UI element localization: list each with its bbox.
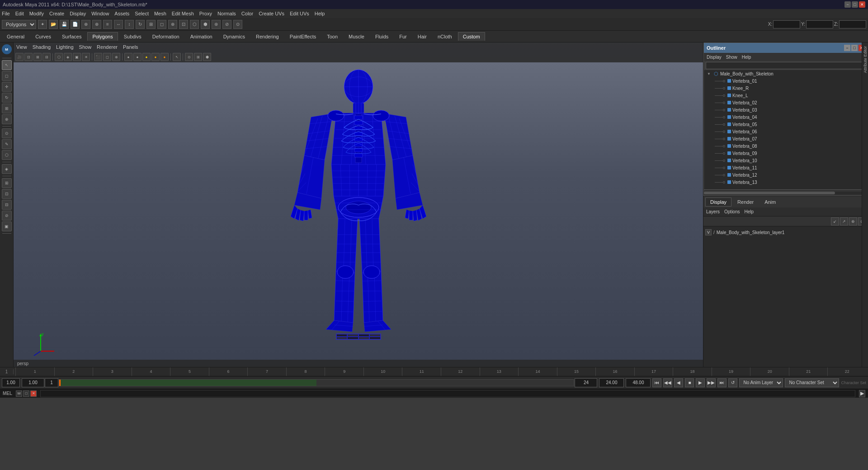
next-key-button[interactable]: ⏭	[717, 378, 726, 387]
vp-btn-q5[interactable]: ●	[160, 53, 169, 61]
tab-display[interactable]: Display	[705, 197, 731, 207]
vp-btn-shade[interactable]: ◈	[64, 53, 72, 61]
tab-custom[interactable]: Custom	[458, 32, 485, 41]
outliner-item-3[interactable]: ——o Vertebra_02	[704, 99, 868, 106]
menu-edit[interactable]: Edit	[15, 11, 24, 16]
tab-rendering[interactable]: Rendering	[251, 32, 284, 41]
tab-surfaces[interactable]: Surfaces	[57, 32, 86, 41]
tab-dynamics[interactable]: Dynamics	[218, 32, 250, 41]
vp-btn-xray[interactable]: ⊕	[112, 53, 120, 61]
tool-render[interactable]: ▣	[2, 221, 12, 231]
menu-display[interactable]: Display	[70, 11, 86, 16]
tab-polygons[interactable]: Polygons	[87, 32, 118, 41]
tool-rotate[interactable]: ↻	[2, 93, 12, 103]
outliner-item-0[interactable]: ——o Vertebra_01	[704, 77, 868, 85]
vp-menu-view[interactable]: View	[16, 44, 27, 50]
tool-lasso[interactable]: ◻	[2, 71, 12, 81]
tab-toon[interactable]: Toon	[322, 32, 343, 41]
shelf-btn-snap-2[interactable]: ⊕	[92, 20, 101, 29]
tool-show-manip[interactable]: ◈	[2, 164, 12, 174]
outliner-restore[interactable]: □	[851, 45, 858, 51]
prev-frame-button[interactable]: ◀◀	[663, 378, 672, 387]
vp-btn-shade2[interactable]: ◻	[103, 53, 111, 61]
menu-edit-mesh[interactable]: Edit Mesh	[172, 11, 194, 16]
menu-color[interactable]: Color	[241, 11, 253, 16]
shelf-btn-16[interactable]: ⊙	[233, 20, 242, 29]
range-start-input[interactable]	[22, 378, 44, 387]
outliner-item-5[interactable]: ——o Vertebra_04	[704, 113, 868, 121]
tool-select[interactable]: ↖	[2, 60, 12, 70]
shelf-btn-snap-1[interactable]: ⊕	[81, 20, 90, 29]
range-end-input[interactable]	[575, 378, 597, 387]
shelf-btn-15[interactable]: ⊘	[222, 20, 231, 29]
tab-muscle[interactable]: Muscle	[344, 32, 369, 41]
outliner-item-1[interactable]: ——o Knee_R	[704, 85, 868, 92]
outliner-menu-display[interactable]: Display	[707, 55, 722, 60]
vp-btn-wire2[interactable]: ⬛	[94, 53, 102, 61]
anim-layer-select[interactable]: No Anim Layer	[739, 378, 783, 387]
layer-btn-2[interactable]: ↗	[840, 217, 848, 226]
play-forward-button[interactable]: ▶	[696, 378, 705, 387]
minimize-button[interactable]: −	[844, 1, 851, 8]
vp-menu-renderer[interactable]: Renderer	[97, 44, 118, 50]
vp-menu-show[interactable]: Show	[79, 44, 92, 50]
menu-select[interactable]: Select	[135, 11, 149, 16]
shelf-btn-7[interactable]: ↻	[136, 20, 145, 29]
outliner-menu-help[interactable]: Help	[742, 55, 751, 60]
layer-btn-1[interactable]: ↙	[831, 217, 839, 226]
outliner-item-11[interactable]: ——o Vertebra_10	[704, 157, 868, 164]
menu-modify[interactable]: Modify	[29, 11, 44, 16]
tool-snap-grid[interactable]: ⊞	[2, 178, 12, 188]
vp-btn-hud[interactable]: ⊞	[194, 53, 202, 61]
vp-btn-frame-all[interactable]: ⊡	[24, 53, 33, 61]
character-set-select[interactable]: No Character Set	[785, 378, 839, 387]
shelf-btn-12[interactable]: ⬡	[190, 20, 199, 29]
tab-hair[interactable]: Hair	[413, 32, 432, 41]
layer-sub-options[interactable]: Options	[724, 209, 740, 214]
tab-ncloth[interactable]: nCloth	[433, 32, 457, 41]
shelf-btn-9[interactable]: ◻	[157, 20, 166, 29]
outliner-item-10[interactable]: ——o Vertebra_09	[704, 150, 868, 157]
shelf-btn-8[interactable]: ⊞	[146, 20, 156, 29]
tab-subdivs[interactable]: Subdivs	[119, 32, 146, 41]
menu-create[interactable]: Create	[49, 11, 64, 16]
outliner-item-6[interactable]: ——o Vertebra_05	[704, 121, 868, 128]
outliner-item-13[interactable]: ——o Vertebra_12	[704, 171, 868, 179]
attribute-editor-label[interactable]: Attribute Editor	[863, 44, 868, 75]
outliner-menu-show[interactable]: Show	[726, 55, 737, 60]
tool-move[interactable]: ✛	[2, 82, 12, 92]
tool-soft-select[interactable]: ⊙	[2, 128, 12, 138]
status-btn-2[interactable]: □	[23, 390, 29, 397]
range-marker-input[interactable]	[45, 378, 58, 387]
menu-help[interactable]: Help	[315, 11, 325, 16]
menu-mesh[interactable]: Mesh	[154, 11, 166, 16]
menu-assets[interactable]: Assets	[114, 11, 129, 16]
menu-proxy[interactable]: Proxy	[199, 11, 212, 16]
vp-btn-grid[interactable]: ⊟	[42, 53, 51, 61]
vp-btn-light[interactable]: ☀	[82, 53, 90, 61]
current-frame-input[interactable]	[2, 378, 20, 387]
close-button[interactable]: ✕	[859, 1, 865, 8]
menu-edit-uvs[interactable]: Edit UVs	[290, 11, 309, 16]
tool-snap-curve[interactable]: ⊡	[2, 189, 12, 199]
tab-curves[interactable]: Curves	[30, 32, 56, 41]
menu-normals[interactable]: Normals	[217, 11, 236, 16]
shelf-btn-snap-3[interactable]: ≡	[103, 20, 112, 29]
loop-button[interactable]: ↺	[728, 378, 737, 387]
tab-fluids[interactable]: Fluids	[370, 32, 393, 41]
menu-file[interactable]: File	[2, 11, 10, 16]
viewport-3d[interactable]: View Shading Lighting Show Renderer Pane…	[14, 42, 703, 367]
tab-fur[interactable]: Fur	[394, 32, 412, 41]
coord-y-input[interactable]	[806, 20, 833, 28]
shelf-btn-4[interactable]: 📄	[71, 20, 80, 29]
stop-button[interactable]: ■	[685, 378, 694, 387]
outliner-minimize[interactable]: −	[844, 45, 850, 51]
tool-sculpt[interactable]: ✎	[2, 139, 12, 149]
tab-animation[interactable]: Animation	[185, 32, 217, 41]
vp-menu-lighting[interactable]: Lighting	[56, 44, 74, 50]
anim-start-input[interactable]	[599, 378, 624, 387]
tool-paint[interactable]: ⬡	[2, 150, 12, 160]
maximize-button[interactable]: □	[852, 1, 858, 8]
vp-btn-select-cam[interactable]: 🎥	[15, 53, 24, 61]
vp-btn-isolate[interactable]: ⊙	[185, 53, 193, 61]
